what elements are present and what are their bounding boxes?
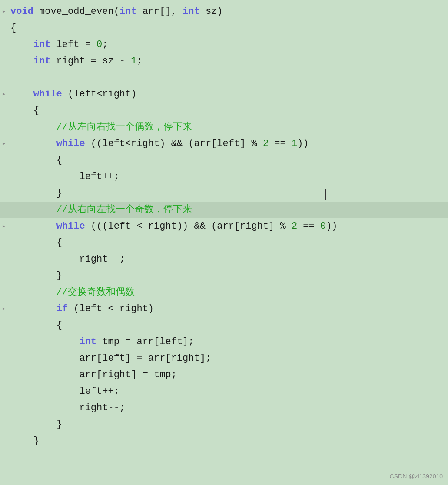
- token-num: 2: [263, 138, 269, 149]
- line-content-7: {: [8, 103, 39, 118]
- token-plain: sz): [200, 6, 223, 17]
- token-comment: //交换奇数和偶数: [56, 287, 135, 298]
- token-plain: }: [56, 188, 62, 199]
- line-content-15: {: [8, 236, 62, 250]
- token-kw: int: [33, 39, 51, 50]
- line-content-19: if (left < right): [8, 302, 154, 316]
- token-plain: right--;: [79, 254, 125, 265]
- line-content-3: int left = 0;: [8, 37, 108, 52]
- arrow-icon: ▸: [2, 221, 6, 232]
- token-kw: while: [56, 138, 85, 149]
- arrow-icon: ▸: [2, 89, 6, 100]
- token-kw: while: [56, 221, 85, 232]
- line-content-23: arr[right] = tmp;: [8, 368, 177, 382]
- token-comment: //从右向左找一个奇数，停下来: [56, 204, 192, 215]
- token-plain: move_odd_even(: [33, 6, 119, 17]
- line-content-8: //从左向右找一个偶数，停下来: [8, 120, 192, 135]
- code-line-16: right--;: [0, 251, 448, 268]
- watermark: CSDN @zl1392010: [390, 472, 443, 482]
- line-content-20: {: [8, 318, 62, 333]
- code-line-1: ▸void move_odd_even(int arr[], int sz): [0, 3, 448, 20]
- code-line-18: //交换奇数和偶数: [0, 284, 448, 301]
- token-plain: left =: [50, 39, 96, 50]
- arrow-icon: ▸: [2, 139, 6, 149]
- code-line-9: ▸ while ((left<right) && (arr[left] % 2 …: [0, 136, 448, 152]
- token-plain: ==: [269, 138, 292, 149]
- code-line-5: [0, 70, 448, 86]
- token-num: 1: [292, 138, 297, 149]
- line-content-18: //交换奇数和偶数: [8, 285, 135, 300]
- token-kw: int: [119, 6, 137, 17]
- token-plain: }: [56, 419, 62, 430]
- code-line-3: int left = 0;: [0, 37, 448, 53]
- token-plain: {: [33, 105, 39, 116]
- token-plain: {: [56, 320, 62, 331]
- line-content-10: {: [8, 153, 62, 168]
- code-line-7: {: [0, 103, 448, 119]
- token-plain: (left < right): [68, 303, 154, 314]
- token-plain: right--;: [79, 402, 125, 413]
- code-line-10: {: [0, 152, 448, 169]
- token-plain: right = sz -: [50, 56, 131, 66]
- code-line-2: {: [0, 20, 448, 37]
- token-plain: arr[],: [136, 6, 183, 17]
- token-num: 2: [292, 221, 297, 232]
- line-content-2: {: [8, 21, 16, 36]
- arrow-icon: ▸: [2, 304, 6, 315]
- token-plain: {: [56, 155, 62, 166]
- token-plain: }: [56, 270, 62, 281]
- token-plain: left++;: [79, 171, 119, 182]
- token-plain: }: [33, 435, 39, 446]
- token-num: 0: [320, 221, 326, 232]
- code-line-17: }: [0, 268, 448, 284]
- arrow-icon: ▸: [2, 7, 6, 17]
- code-line-22: arr[left] = arr[right];: [0, 350, 448, 367]
- line-content-14: while (((left < right)) && (arr[right] %…: [8, 219, 338, 234]
- code-line-8: //从左向右找一个偶数，停下来: [0, 119, 448, 136]
- code-line-26: }: [0, 416, 448, 433]
- line-content-6: while (left<right): [8, 87, 136, 102]
- line-content-16: right--;: [8, 252, 125, 267]
- token-num: 1: [131, 56, 136, 66]
- code-line-11: left++;: [0, 169, 448, 185]
- line-content-22: arr[left] = arr[right];: [8, 351, 211, 366]
- token-plain: ==: [297, 221, 320, 232]
- line-content-9: while ((left<right) && (arr[left] % 2 ==…: [8, 136, 309, 151]
- code-line-12: }: [0, 185, 448, 202]
- token-plain: arr[right] = tmp;: [79, 369, 176, 380]
- line-content-13: //从右向左找一个奇数，停下来: [8, 203, 192, 217]
- line-content-24: left++;: [8, 384, 119, 399]
- gutter-1: ▸: [0, 7, 8, 17]
- token-plain: ;: [102, 39, 108, 50]
- code-line-20: {: [0, 317, 448, 334]
- code-line-14: ▸ while (((left < right)) && (arr[right]…: [0, 218, 448, 235]
- code-line-4: int right = sz - 1;: [0, 53, 448, 70]
- token-plain: {: [56, 237, 62, 248]
- line-content-21: int tmp = arr[left];: [8, 335, 194, 349]
- token-kw: int: [183, 6, 200, 17]
- token-plain: ((left<right) && (arr[left] %: [85, 138, 263, 149]
- token-kw: if: [56, 303, 68, 314]
- line-content-26: }: [8, 417, 62, 432]
- token-plain: left++;: [79, 386, 119, 397]
- token-plain: )): [326, 221, 337, 232]
- line-content-27: }: [8, 434, 39, 448]
- token-plain: tmp = arr[left];: [96, 336, 194, 347]
- line-content-4: int right = sz - 1;: [8, 54, 143, 69]
- line-content-25: right--;: [8, 401, 125, 415]
- token-kw: while: [33, 89, 62, 100]
- code-editor: ▸void move_odd_even(int arr[], int sz){ …: [0, 0, 448, 485]
- code-line-27: }: [0, 433, 448, 449]
- code-line-24: left++;: [0, 383, 448, 400]
- token-plain: )): [297, 138, 309, 149]
- line-content-17: }: [8, 269, 62, 283]
- code-line-19: ▸ if (left < right): [0, 301, 448, 317]
- token-comment: //从左向右找一个偶数，停下来: [56, 122, 192, 133]
- token-plain: (left<right): [62, 89, 137, 100]
- code-line-6: ▸ while (left<right): [0, 86, 448, 103]
- token-kw: int: [33, 56, 51, 66]
- code-line-15: {: [0, 235, 448, 251]
- code-line-25: right--;: [0, 400, 448, 416]
- code-line-21: int tmp = arr[left];: [0, 334, 448, 350]
- line-content-1: void move_odd_even(int arr[], int sz): [8, 4, 223, 19]
